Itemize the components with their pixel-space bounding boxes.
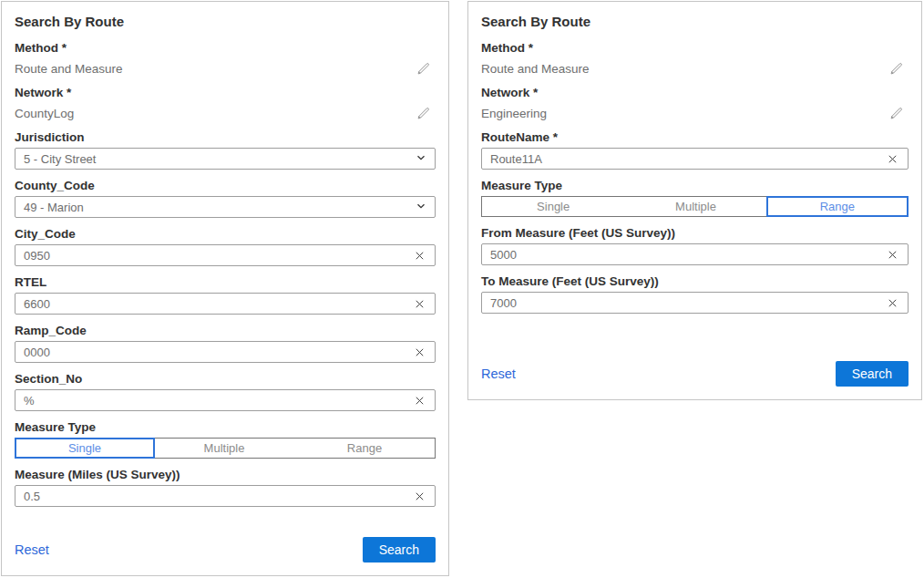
measure-type-option-single[interactable]: Single — [15, 438, 155, 459]
section-no-input[interactable] — [24, 394, 410, 408]
network-value: CountyLog — [15, 107, 74, 120]
county-code-selected-value: 49 - Marion — [24, 201, 84, 214]
measure-label: Measure (Miles (US Survey)) — [15, 468, 436, 481]
section-no-label: Section_No — [15, 372, 436, 386]
measure-type-label: Measure Type — [481, 179, 909, 192]
section-no-clear-button[interactable] — [410, 393, 429, 408]
rtel-field: RTEL — [15, 275, 436, 315]
from-measure-field: From Measure (Feet (US Survey)) — [481, 226, 909, 265]
from-measure-inputbox — [481, 243, 909, 265]
method-value: Route and Measure — [481, 62, 590, 76]
measure-type-option-range[interactable]: Range — [294, 439, 435, 458]
rtel-inputbox — [15, 293, 436, 315]
measure-type-segmented-control: Single Multiple Range — [481, 196, 909, 217]
measure-clear-button[interactable] — [410, 489, 429, 504]
search-by-route-panel-left: Search By Route Method * Route and Measu… — [1, 1, 449, 576]
edit-pencil-icon — [416, 109, 430, 123]
method-label: Method * — [481, 41, 909, 55]
county-code-select[interactable]: 49 - Marion — [15, 196, 436, 218]
route-name-field: RouteName * — [481, 130, 909, 170]
county-code-label: County_Code — [15, 179, 436, 192]
rtel-label: RTEL — [15, 275, 436, 289]
ramp-code-field: Ramp_Code — [15, 324, 436, 363]
route-name-input[interactable] — [490, 152, 883, 166]
route-name-inputbox — [481, 148, 909, 170]
city-code-clear-button[interactable] — [410, 248, 429, 263]
clear-x-icon — [414, 491, 426, 505]
jurisdiction-selected-value: 5 - City Street — [24, 152, 96, 166]
method-field: Method * Route and Measure — [481, 41, 909, 78]
page: Search By Route Method * Route and Measu… — [0, 0, 924, 577]
clear-x-icon — [887, 298, 898, 312]
measure-type-field: Measure Type Single Multiple Range — [481, 179, 909, 217]
clear-x-icon — [887, 250, 898, 263]
chevron-down-icon — [416, 150, 426, 167]
network-edit-button[interactable] — [411, 107, 436, 120]
ramp-code-clear-button[interactable] — [410, 345, 429, 360]
measure-type-option-single[interactable]: Single — [482, 197, 624, 216]
ramp-code-input[interactable] — [24, 346, 410, 359]
edit-pencil-icon — [416, 65, 430, 78]
city-code-inputbox — [15, 244, 436, 266]
search-by-route-panel-right: Search By Route Method * Route and Measu… — [467, 1, 922, 400]
right-panel-footer: Reset Search — [481, 361, 909, 387]
edit-pencil-icon — [889, 65, 903, 78]
jurisdiction-select[interactable]: 5 - City Street — [15, 148, 436, 170]
page-title: Search By Route — [15, 14, 436, 29]
method-label: Method * — [15, 41, 436, 55]
section-no-field: Section_No — [15, 372, 436, 411]
county-code-field: County_Code 49 - Marion — [15, 179, 436, 218]
measure-inputbox — [15, 485, 436, 507]
network-field: Network * CountyLog — [15, 86, 436, 123]
clear-x-icon — [887, 154, 898, 168]
clear-x-icon — [414, 347, 426, 361]
measure-input[interactable] — [24, 490, 410, 503]
method-value: Route and Measure — [15, 62, 123, 76]
measure-type-option-multiple[interactable]: Multiple — [154, 439, 294, 458]
search-button[interactable]: Search — [836, 361, 909, 387]
city-code-field: City_Code — [15, 227, 436, 266]
city-code-input[interactable] — [24, 249, 410, 263]
section-no-inputbox — [15, 389, 436, 411]
method-field: Method * Route and Measure — [15, 41, 436, 78]
from-measure-clear-button[interactable] — [883, 247, 902, 263]
jurisdiction-label: Jurisdiction — [15, 130, 436, 144]
measure-field: Measure (Miles (US Survey)) — [15, 468, 436, 507]
method-edit-button[interactable] — [411, 62, 436, 76]
measure-type-segmented-control: Single Multiple Range — [15, 438, 436, 459]
from-measure-input[interactable] — [490, 248, 883, 262]
clear-x-icon — [414, 396, 426, 409]
route-name-label: RouteName * — [481, 130, 909, 144]
reset-link[interactable]: Reset — [481, 366, 516, 381]
to-measure-inputbox — [481, 292, 909, 314]
from-measure-label: From Measure (Feet (US Survey)) — [481, 226, 909, 240]
network-field: Network * Engineering — [481, 86, 909, 123]
route-name-clear-button[interactable] — [883, 151, 902, 167]
left-panel-footer: Reset Search — [15, 537, 436, 563]
measure-type-option-multiple[interactable]: Multiple — [624, 197, 766, 216]
ramp-code-inputbox — [15, 341, 436, 363]
page-title: Search By Route — [481, 14, 909, 29]
measure-type-option-range[interactable]: Range — [766, 196, 909, 217]
clear-x-icon — [414, 251, 426, 264]
city-code-label: City_Code — [15, 227, 436, 241]
edit-pencil-icon — [889, 109, 903, 123]
measure-type-label: Measure Type — [15, 420, 436, 434]
to-measure-clear-button[interactable] — [883, 295, 902, 311]
clear-x-icon — [414, 299, 426, 313]
jurisdiction-field: Jurisdiction 5 - City Street — [15, 130, 436, 170]
to-measure-field: To Measure (Feet (US Survey)) — [481, 274, 909, 314]
measure-type-field: Measure Type Single Multiple Range — [15, 420, 436, 459]
network-value: Engineering — [481, 107, 547, 120]
network-label: Network * — [15, 86, 436, 99]
ramp-code-label: Ramp_Code — [15, 324, 436, 337]
chevron-down-icon — [416, 199, 426, 215]
method-edit-button[interactable] — [884, 62, 909, 76]
to-measure-input[interactable] — [490, 296, 883, 310]
rtel-clear-button[interactable] — [410, 296, 429, 312]
search-button[interactable]: Search — [363, 537, 436, 563]
reset-link[interactable]: Reset — [15, 542, 49, 557]
network-label: Network * — [481, 86, 909, 99]
network-edit-button[interactable] — [884, 107, 909, 120]
rtel-input[interactable] — [24, 297, 410, 311]
